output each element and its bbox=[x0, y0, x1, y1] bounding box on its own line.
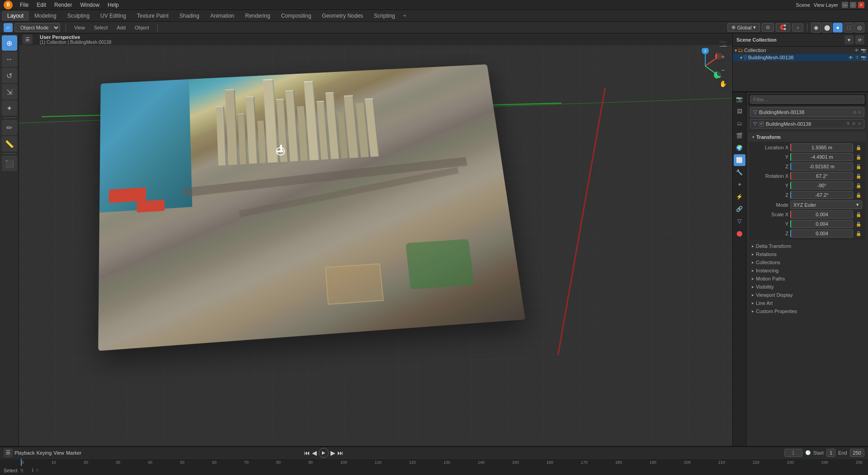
cursor-tool[interactable]: ⊕ bbox=[2, 35, 17, 51]
maximize-btn[interactable]: □ bbox=[850, 2, 856, 8]
select-menu-btn[interactable]: Select bbox=[91, 24, 111, 31]
annotate-tool[interactable]: ✏ bbox=[2, 120, 17, 135]
scale-x-value[interactable]: 0.004 bbox=[790, 210, 853, 218]
snap-toggle[interactable]: 🧲 bbox=[776, 23, 790, 32]
tab-modeling[interactable]: Modeling bbox=[29, 11, 62, 21]
jump-end-btn[interactable]: ⏭ bbox=[337, 449, 344, 456]
mesh-data-filter[interactable]: ⚗ bbox=[846, 121, 850, 126]
tab-uv-editing[interactable]: UV Editing bbox=[95, 11, 132, 21]
building-mesh-row[interactable]: ▾ ▽ BuildingMesh-00138 👁 ⚗ 📷 bbox=[733, 54, 868, 61]
location-x-lock[interactable]: 🔓 bbox=[855, 144, 862, 151]
motion-paths-section[interactable]: ▸ Motion Paths bbox=[748, 275, 866, 283]
render-props-btn[interactable]: 📷 bbox=[734, 93, 745, 105]
solid-shading-btn[interactable]: ◉ bbox=[811, 23, 821, 33]
marker-menu-btn[interactable]: Marker bbox=[66, 450, 81, 456]
tab-geometry-nodes[interactable]: Geometry Nodes bbox=[316, 11, 368, 21]
tab-texture-paint[interactable]: Texture Paint bbox=[132, 11, 174, 21]
xray-toggle[interactable]: ◎ bbox=[854, 23, 864, 33]
viewport-3d[interactable]: ☰ User Perspective (1) Collection | Buil… bbox=[19, 33, 732, 446]
pan-btn[interactable]: ✋ bbox=[717, 78, 729, 90]
mesh-data-close[interactable]: ✕ bbox=[858, 121, 861, 126]
modifier-props-btn[interactable]: 🔧 bbox=[734, 166, 745, 178]
timeline-menu-btn[interactable]: ☰ bbox=[4, 448, 13, 457]
location-z-value[interactable]: -0.92182 m bbox=[790, 162, 853, 171]
location-y-lock[interactable]: 🔓 bbox=[855, 153, 862, 161]
rotation-z-lock[interactable]: 🔓 bbox=[855, 191, 862, 199]
rotation-mode-dropdown[interactable]: XYZ Euler ▾ bbox=[790, 200, 862, 209]
scale-z-lock[interactable]: 🔓 bbox=[855, 230, 862, 237]
tab-sculpting[interactable]: Sculpting bbox=[62, 11, 95, 21]
scale-z-value[interactable]: 0.004 bbox=[790, 229, 853, 238]
particles-props-btn[interactable]: ✦ bbox=[734, 179, 745, 190]
menu-help[interactable]: Help bbox=[104, 1, 123, 9]
menu-render[interactable]: Render bbox=[51, 1, 75, 9]
rotate-tool[interactable]: ↺ bbox=[2, 68, 17, 83]
object-props-btn[interactable]: ⬜ bbox=[734, 154, 745, 166]
proportional-edit-toggle[interactable]: ○ bbox=[792, 24, 803, 32]
line-art-section[interactable]: ▸ Line Art bbox=[748, 299, 866, 307]
tab-layout[interactable]: Layout bbox=[2, 11, 29, 21]
rotation-y-value[interactable]: -90° bbox=[790, 181, 853, 190]
world-props-btn[interactable]: 🌍 bbox=[734, 142, 745, 154]
object-name-field[interactable]: ▽ BuildingMesh-00138 ⚙ ✕ bbox=[750, 107, 864, 117]
tab-scripting[interactable]: Scripting bbox=[368, 11, 401, 21]
constraints-props-btn[interactable]: 🔗 bbox=[734, 203, 745, 215]
menu-file[interactable]: File bbox=[16, 1, 32, 9]
viewport-display-section[interactable]: ▸ Viewport Display bbox=[748, 291, 866, 299]
view-menu-btn[interactable]: View bbox=[71, 24, 88, 31]
transform-section-header[interactable]: ▾ Transform bbox=[749, 133, 866, 142]
rotation-y-lock[interactable]: 🔓 bbox=[855, 182, 862, 189]
collection-render-btn[interactable]: 📷 bbox=[861, 48, 866, 53]
collection-root[interactable]: ▾ 🗂 Collection 👁 📷 bbox=[733, 47, 868, 54]
object-name-close[interactable]: ✕ bbox=[858, 110, 861, 115]
custom-properties-section[interactable]: ▸ Custom Properties bbox=[748, 307, 866, 315]
pivot-select[interactable]: ⊙ bbox=[762, 23, 774, 32]
zoom-in-btn[interactable]: + bbox=[717, 51, 729, 62]
keying-menu-btn[interactable]: Keying bbox=[37, 450, 52, 456]
tab-rendering[interactable]: Rendering bbox=[240, 11, 275, 21]
mesh-data-settings[interactable]: ⚙ bbox=[852, 121, 856, 126]
rotation-z-value[interactable]: -67.2° bbox=[790, 191, 853, 199]
tab-compositing[interactable]: Compositing bbox=[276, 11, 317, 21]
material-shading-btn[interactable]: ⬤ bbox=[822, 23, 832, 33]
timeline-track[interactable]: 0 10 20 30 40 50 60 70 80 90 100 110 120… bbox=[0, 459, 868, 466]
timeline-view-menu-btn[interactable]: View bbox=[53, 450, 64, 456]
rotation-x-value[interactable]: 67.2° bbox=[790, 172, 853, 180]
viewport-menu-btn[interactable]: ☰ bbox=[23, 34, 33, 44]
zoom-out-btn[interactable]: − bbox=[717, 64, 729, 76]
current-frame-input[interactable]: 1 bbox=[784, 449, 802, 457]
scale-y-lock[interactable]: 🔓 bbox=[855, 220, 862, 228]
object-menu-btn[interactable]: Object bbox=[132, 24, 152, 31]
jump-start-btn[interactable]: ⏮ bbox=[304, 449, 310, 456]
rendered-shading-btn[interactable]: ● bbox=[833, 23, 843, 33]
location-y-value[interactable]: -4.4901 m bbox=[790, 153, 853, 161]
visibility-section[interactable]: ▸ Visibility bbox=[748, 283, 866, 291]
tab-shading[interactable]: Shading bbox=[174, 11, 205, 21]
physics-props-btn[interactable]: ⚡ bbox=[734, 191, 745, 203]
mesh-render-btn[interactable]: 📷 bbox=[861, 55, 866, 60]
mesh-visibility-toggle[interactable]: ✓ bbox=[759, 121, 764, 127]
output-props-btn[interactable]: 🖼 bbox=[734, 105, 745, 117]
overlay-toggle[interactable]: ⬚ bbox=[844, 23, 854, 33]
outliner-filter-btn[interactable]: ▼ bbox=[844, 35, 854, 44]
scale-y-value[interactable]: 0.004 bbox=[790, 220, 853, 228]
minimize-btn[interactable]: — bbox=[842, 2, 848, 8]
collections-section[interactable]: ▸ Collections bbox=[748, 258, 866, 266]
transform-space-select[interactable]: ⊕Global▾ bbox=[727, 23, 760, 32]
delta-transform-section[interactable]: ▸ Delta Transform bbox=[748, 242, 866, 250]
tab-animation[interactable]: Animation bbox=[205, 11, 240, 21]
measure-tool[interactable]: 📏 bbox=[2, 136, 17, 152]
menu-window[interactable]: Window bbox=[76, 1, 103, 9]
play-btn[interactable]: ▶ bbox=[319, 448, 329, 458]
transform-tool[interactable]: ✦ bbox=[2, 100, 17, 116]
properties-search-input[interactable] bbox=[750, 95, 864, 104]
add-menu-btn[interactable]: Add bbox=[114, 24, 128, 31]
close-btn[interactable]: ✕ bbox=[858, 2, 864, 8]
scale-tool[interactable]: ⇲ bbox=[2, 84, 17, 100]
object-mode-select[interactable]: Object Mode Edit Mode Sculpt Mode bbox=[14, 23, 60, 32]
relations-section[interactable]: ▸ Relations bbox=[748, 250, 866, 258]
menu-edit[interactable]: Edit bbox=[33, 1, 50, 9]
location-z-lock[interactable]: 🔓 bbox=[855, 163, 862, 170]
playback-menu-btn[interactable]: Playback bbox=[14, 450, 35, 456]
frame-end-input[interactable]: 250 bbox=[850, 449, 864, 457]
